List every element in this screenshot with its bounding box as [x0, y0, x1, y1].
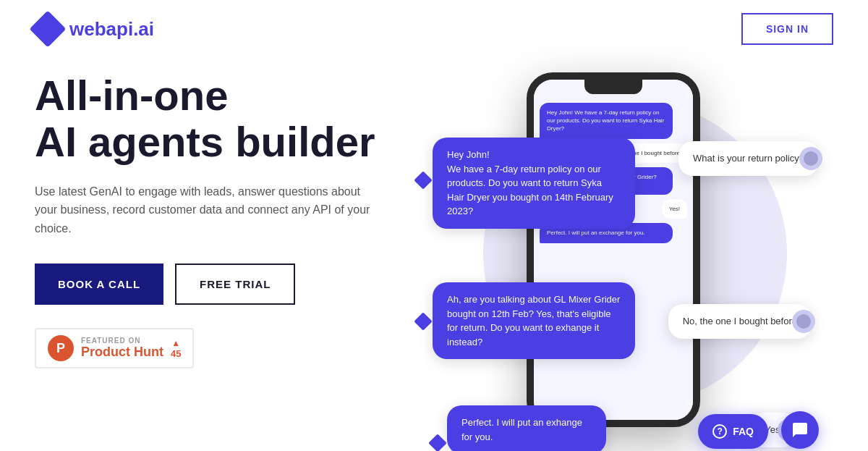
- chat-bubble-ai-1: Hey John! We have a 7-day return policy …: [433, 138, 635, 229]
- decorator-diamond-3: [428, 434, 446, 451]
- avatar-inner-2: [796, 314, 811, 329]
- hero-description: Use latest GenAI to engage with leads, a…: [35, 182, 382, 238]
- sign-in-button[interactable]: SIGN IN: [741, 13, 833, 45]
- phone-bubble-user-2: Yes!: [662, 199, 687, 219]
- phone-bubble-ai-1: Hey John! We have a 7-day return policy …: [540, 103, 673, 139]
- logo-accent: ai: [138, 18, 154, 40]
- logo: webapi.ai: [35, 16, 154, 42]
- product-hunt-name: Product Hunt: [81, 345, 163, 360]
- product-hunt-text: FEATURED ON Product Hunt: [81, 337, 163, 360]
- book-call-button[interactable]: BOOK A CALL: [35, 264, 163, 305]
- logo-diamond-icon: [30, 11, 67, 48]
- free-trial-button[interactable]: FREE TRIAL: [175, 264, 295, 305]
- chat-bubble-user-2: No, the one I bought before: [668, 304, 812, 339]
- chat-bubble-ai-2: Ah, are you talking about GL Mixer Gride…: [433, 282, 635, 359]
- chat-bubble-user-1: What is your return policy?: [678, 141, 819, 176]
- decorator-diamond-2: [414, 312, 432, 330]
- headline-line1: All-in-one: [35, 72, 228, 119]
- phone-screen: Hey John! We have a 7-day return policy …: [534, 80, 693, 420]
- hero-right: Hey John! We have a 7-day return policy …: [411, 58, 833, 451]
- header: webapi.ai SIGN IN: [0, 0, 868, 58]
- chat-icon-button[interactable]: [781, 411, 819, 449]
- chat-text-ai-1: Hey John! We have a 7-day return policy …: [447, 149, 613, 216]
- hero-left: All-in-one AI agents builder Use latest …: [35, 58, 411, 451]
- chat-bubble-ai-3: Perfect. I will put an exhange for you.: [447, 405, 606, 451]
- chat-text-ai-3: Perfect. I will put an exhange for you.: [461, 417, 582, 442]
- main-content: All-in-one AI agents builder Use latest …: [0, 58, 868, 451]
- faq-button[interactable]: ? FAQ: [698, 414, 768, 449]
- question-icon: ?: [712, 424, 727, 439]
- logo-text: webapi.ai: [69, 18, 154, 41]
- avatar-inner-1: [804, 151, 818, 166]
- cta-buttons: BOOK A CALL FREE TRIAL: [35, 264, 411, 305]
- product-hunt-badge[interactable]: P FEATURED ON Product Hunt ▲ 45: [35, 328, 194, 368]
- logo-main: webapi.: [69, 18, 138, 40]
- vote-count: 45: [171, 348, 181, 359]
- phone-mockup: Hey John! We have a 7-day return policy …: [527, 72, 700, 427]
- product-hunt-votes: ▲ 45: [171, 338, 181, 359]
- headline: All-in-one AI agents builder: [35, 72, 411, 165]
- product-hunt-icon: P: [48, 335, 74, 361]
- chat-text-ai-2: Ah, are you talking about GL Mixer Gride…: [447, 294, 620, 347]
- decorator-diamond-1: [414, 171, 432, 189]
- phone-notch: [584, 80, 642, 94]
- product-hunt-featured-label: FEATURED ON: [81, 337, 163, 345]
- chat-text-user-r1: No, the one I bought before: [683, 316, 797, 326]
- faq-label: FAQ: [733, 426, 754, 437]
- headline-line2: AI agents builder: [35, 118, 375, 165]
- chat-text-user-q1: What is your return policy?: [693, 153, 804, 164]
- user-avatar-1: [799, 147, 822, 170]
- user-avatar-2: [792, 310, 815, 333]
- chat-speech-icon: [791, 421, 809, 439]
- upvote-arrow-icon: ▲: [171, 338, 180, 348]
